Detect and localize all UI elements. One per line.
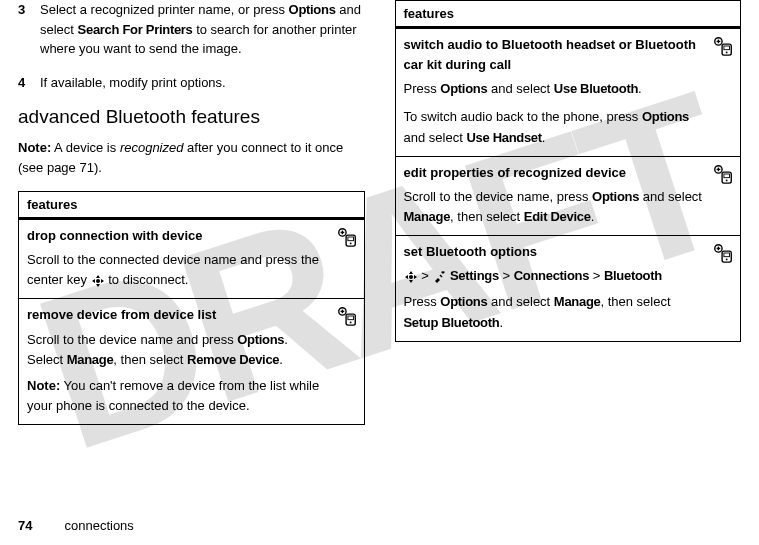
bluetooth-label: Bluetooth bbox=[604, 268, 662, 283]
svg-rect-4 bbox=[347, 237, 353, 241]
table-row: edit properties of recognized device Scr… bbox=[395, 156, 741, 235]
row-title: remove device from device list bbox=[27, 305, 326, 325]
text: , then select bbox=[450, 209, 524, 224]
svg-point-31 bbox=[409, 275, 413, 279]
row-body: Press Options and select Manage, then se… bbox=[404, 292, 703, 332]
nav-path: > Settings > Connections > Bluetooth bbox=[404, 266, 703, 286]
options-label: Options bbox=[642, 109, 689, 124]
row-body: Scroll to the device name and press Opti… bbox=[27, 330, 326, 370]
text: > bbox=[499, 268, 514, 283]
step-text: If available, modify print options. bbox=[40, 73, 365, 93]
text: To switch audio back to the phone, press bbox=[404, 109, 642, 124]
table-row: switch audio to Bluetooth headset or Blu… bbox=[395, 28, 741, 157]
use-handset-label: Use Handset bbox=[466, 130, 541, 145]
svg-point-24 bbox=[726, 179, 728, 181]
text: . bbox=[591, 209, 595, 224]
text: . bbox=[638, 81, 642, 96]
svg-rect-11 bbox=[347, 316, 353, 320]
text: Press bbox=[404, 294, 441, 309]
bluetooth-device-icon bbox=[712, 35, 734, 63]
edit-device-label: Edit Device bbox=[524, 209, 591, 224]
table-header-row: features bbox=[395, 1, 741, 28]
row-body: Scroll to the connected device name and … bbox=[27, 250, 326, 290]
page-content: 3 Select a recognized printer name, or p… bbox=[0, 0, 759, 500]
svg-rect-23 bbox=[724, 174, 730, 178]
right-column: features switch audio to Bluetooth heads… bbox=[395, 0, 742, 500]
text: and select bbox=[639, 189, 702, 204]
text: You can't remove a device from the list … bbox=[27, 378, 319, 413]
features-table-right: features switch audio to Bluetooth heads… bbox=[395, 0, 742, 342]
features-header: features bbox=[19, 192, 365, 219]
row-title: set Bluetooth options bbox=[404, 242, 703, 262]
row-title: switch audio to Bluetooth headset or Blu… bbox=[404, 35, 703, 75]
text: . bbox=[279, 352, 283, 367]
table-row: drop connection with device Scroll to th… bbox=[19, 219, 365, 299]
row-body: To switch audio back to the phone, press… bbox=[404, 107, 703, 147]
table-row: set Bluetooth options > Settings > Conne… bbox=[395, 236, 741, 342]
note: Note: A device is recognized after you c… bbox=[18, 138, 365, 177]
text: , then select bbox=[113, 352, 187, 367]
use-bluetooth-label: Use Bluetooth bbox=[554, 81, 638, 96]
row-body: Press Options and select Use Bluetooth. bbox=[404, 79, 703, 99]
text: A device is bbox=[51, 140, 120, 155]
table-row: remove device from device list Scroll to… bbox=[19, 299, 365, 425]
connections-label: Connections bbox=[514, 268, 589, 283]
step-text: Select a recognized printer name, or pre… bbox=[40, 0, 365, 59]
svg-point-6 bbox=[96, 279, 100, 283]
search-printers-label: Search For Printers bbox=[78, 22, 193, 37]
table-header-row: features bbox=[19, 192, 365, 219]
note-prefix: Note: bbox=[27, 378, 60, 393]
text: Select a recognized printer name, or pre… bbox=[40, 2, 289, 17]
options-label: Options bbox=[440, 81, 487, 96]
step-4: 4 If available, modify print options. bbox=[18, 73, 365, 93]
text: and select bbox=[487, 294, 554, 309]
step-3: 3 Select a recognized printer name, or p… bbox=[18, 0, 365, 59]
bluetooth-device-icon bbox=[336, 226, 358, 254]
page-number: 74 bbox=[18, 518, 32, 533]
left-column: 3 Select a recognized printer name, or p… bbox=[18, 0, 365, 500]
step-number: 4 bbox=[18, 73, 40, 93]
center-key-icon bbox=[404, 268, 418, 283]
text: and select bbox=[487, 81, 554, 96]
settings-label: Settings bbox=[450, 268, 499, 283]
text: Scroll to the device name, press bbox=[404, 189, 593, 204]
features-header: features bbox=[395, 1, 741, 28]
section-name: connections bbox=[64, 518, 133, 533]
options-label: Options bbox=[289, 2, 336, 17]
row-body: Scroll to the device name, press Options… bbox=[404, 187, 703, 227]
text: to disconnect. bbox=[105, 272, 189, 287]
bluetooth-device-icon bbox=[712, 163, 734, 191]
manage-label: Manage bbox=[554, 294, 601, 309]
svg-point-18 bbox=[726, 52, 728, 54]
center-key-icon bbox=[91, 272, 105, 287]
section-heading: advanced Bluetooth features bbox=[18, 106, 365, 128]
manage-label: Manage bbox=[67, 352, 114, 367]
options-label: Options bbox=[592, 189, 639, 204]
text: > bbox=[421, 268, 432, 283]
note-prefix: Note: bbox=[18, 140, 51, 155]
text: . bbox=[542, 130, 546, 145]
page-footer: 74connections bbox=[18, 518, 134, 533]
options-label: Options bbox=[440, 294, 487, 309]
svg-point-5 bbox=[349, 243, 351, 245]
setup-bluetooth-label: Setup Bluetooth bbox=[404, 315, 500, 330]
row-note: Note: You can't remove a device from the… bbox=[27, 376, 326, 416]
text: and select bbox=[404, 130, 467, 145]
manage-label: Manage bbox=[404, 209, 451, 224]
text: Scroll to the device name and press bbox=[27, 332, 237, 347]
tools-icon bbox=[432, 268, 446, 283]
svg-point-30 bbox=[726, 259, 728, 261]
text: > bbox=[589, 268, 604, 283]
svg-point-12 bbox=[349, 322, 351, 324]
bluetooth-device-icon bbox=[336, 305, 358, 333]
features-table-left: features drop connection with device Scr… bbox=[18, 191, 365, 425]
text: . bbox=[499, 315, 503, 330]
row-title: edit properties of recognized device bbox=[404, 163, 703, 183]
bluetooth-device-icon bbox=[712, 242, 734, 270]
text: , then select bbox=[600, 294, 670, 309]
row-title: drop connection with device bbox=[27, 226, 326, 246]
svg-rect-29 bbox=[724, 253, 730, 257]
text: Press bbox=[404, 81, 441, 96]
step-number: 3 bbox=[18, 0, 40, 59]
remove-device-label: Remove Device bbox=[187, 352, 279, 367]
